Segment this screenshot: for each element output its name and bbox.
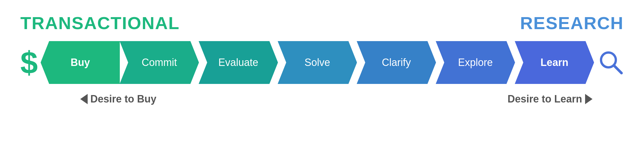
segment-learn-label: Learn: [540, 57, 568, 69]
segment-learn: Learn: [515, 41, 594, 84]
segments-container: Buy Commit Evaluate Solve Clarify Explor…: [41, 41, 594, 84]
segment-buy-label: Buy: [71, 57, 90, 69]
segment-commit-label: Commit: [142, 57, 177, 69]
segment-explore-label: Explore: [458, 57, 493, 69]
segment-commit: Commit: [120, 41, 199, 84]
arrow-left-icon: [80, 94, 88, 104]
search-icon: [598, 50, 624, 75]
header-row: TRANSACTIONAL RESEARCH: [20, 13, 624, 33]
main-container: TRANSACTIONAL RESEARCH $ Buy Commit Eval…: [9, 4, 635, 153]
footer-row: Desire to Buy Desire to Learn: [20, 93, 624, 105]
dollar-icon: $: [20, 47, 38, 78]
segment-evaluate-label: Evaluate: [218, 57, 258, 69]
segment-buy: Buy: [41, 41, 120, 84]
segment-solve: Solve: [278, 41, 357, 84]
segment-explore: Explore: [436, 41, 515, 84]
desire-learn-container: Desire to Learn: [507, 93, 592, 105]
svg-line-1: [614, 65, 622, 73]
desire-buy-container: Desire to Buy: [80, 93, 157, 105]
research-label: RESEARCH: [520, 13, 624, 33]
segment-clarify-label: Clarify: [382, 57, 411, 69]
arrow-row: $ Buy Commit Evaluate Solve Clarify Expl…: [20, 38, 624, 87]
arrow-right-icon: [585, 94, 592, 104]
segment-solve-label: Solve: [304, 57, 330, 69]
desire-buy-label: Desire to Buy: [90, 93, 157, 105]
transactional-label: TRANSACTIONAL: [20, 13, 180, 33]
segment-evaluate: Evaluate: [199, 41, 278, 84]
desire-learn-label: Desire to Learn: [507, 93, 582, 105]
segment-clarify: Clarify: [357, 41, 436, 84]
